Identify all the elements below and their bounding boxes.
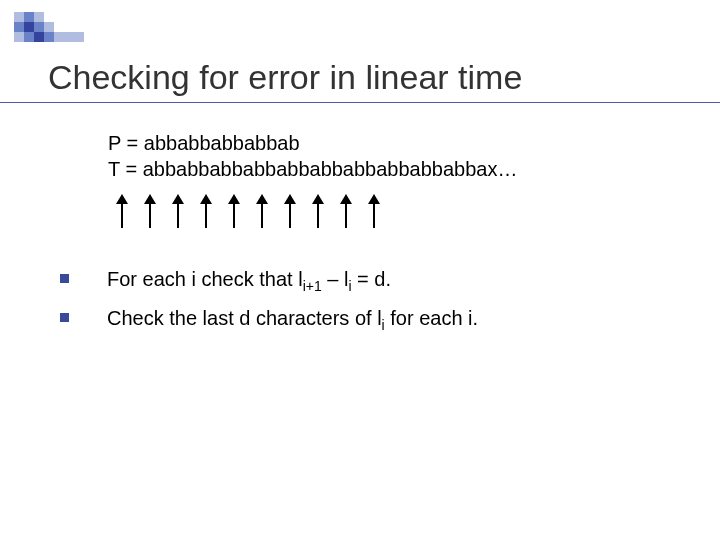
deco-square bbox=[14, 32, 24, 42]
up-arrow-icon bbox=[256, 194, 268, 228]
up-arrow-icon bbox=[284, 194, 296, 228]
p-value: abbabbabbabbab bbox=[144, 132, 300, 154]
deco-square bbox=[34, 12, 44, 22]
deco-square bbox=[64, 12, 74, 22]
deco-square bbox=[54, 22, 64, 32]
deco-square bbox=[44, 12, 54, 22]
corner-decoration bbox=[14, 12, 84, 42]
deco-square bbox=[44, 22, 54, 32]
up-arrow-icon bbox=[228, 194, 240, 228]
up-arrow-icon bbox=[312, 194, 324, 228]
up-arrow-icon bbox=[368, 194, 380, 228]
text-run: For each i check that l bbox=[107, 268, 303, 290]
deco-square bbox=[74, 32, 84, 42]
deco-square bbox=[54, 12, 64, 22]
deco-square bbox=[34, 32, 44, 42]
deco-square bbox=[44, 32, 54, 42]
bullet-list: For each i check that li+1 – li = d.Chec… bbox=[60, 266, 478, 344]
deco-square bbox=[14, 12, 24, 22]
deco-square bbox=[74, 22, 84, 32]
definition-block: P = abbabbabbabbab T = abbabbabbabbabbab… bbox=[108, 130, 517, 182]
text-run: – l bbox=[322, 268, 349, 290]
position-arrows bbox=[116, 194, 380, 228]
bullet-marker-icon bbox=[60, 313, 69, 322]
text-run: = d. bbox=[352, 268, 391, 290]
bullet-item: For each i check that li+1 – li = d. bbox=[60, 266, 478, 299]
title-underline bbox=[0, 102, 720, 103]
up-arrow-icon bbox=[144, 194, 156, 228]
slide: Checking for error in linear time P = ab… bbox=[0, 0, 720, 540]
t-line: T = abbabbabbabbabbabbabbabbabbabbax… bbox=[108, 156, 517, 182]
t-value: abbabbabbabbabbabbabbabbabbabbax… bbox=[143, 158, 518, 180]
bullet-text: For each i check that li+1 – li = d. bbox=[107, 266, 391, 299]
deco-square bbox=[64, 32, 74, 42]
bullet-marker-icon bbox=[60, 274, 69, 283]
t-label: T = bbox=[108, 158, 143, 180]
text-run: Check the last d characters of l bbox=[107, 307, 382, 329]
bullet-text: Check the last d characters of li for ea… bbox=[107, 305, 478, 338]
up-arrow-icon bbox=[116, 194, 128, 228]
deco-square bbox=[24, 12, 34, 22]
up-arrow-icon bbox=[200, 194, 212, 228]
deco-square bbox=[74, 12, 84, 22]
slide-title: Checking for error in linear time bbox=[48, 58, 522, 97]
deco-square bbox=[14, 22, 24, 32]
p-label: P = bbox=[108, 132, 144, 154]
deco-square bbox=[24, 22, 34, 32]
subscript: i+1 bbox=[303, 278, 322, 294]
up-arrow-icon bbox=[340, 194, 352, 228]
text-run: for each i. bbox=[385, 307, 478, 329]
up-arrow-icon bbox=[172, 194, 184, 228]
deco-square bbox=[64, 22, 74, 32]
p-line: P = abbabbabbabbab bbox=[108, 130, 517, 156]
deco-square bbox=[34, 22, 44, 32]
bullet-item: Check the last d characters of li for ea… bbox=[60, 305, 478, 338]
deco-square bbox=[54, 32, 64, 42]
deco-square bbox=[24, 32, 34, 42]
